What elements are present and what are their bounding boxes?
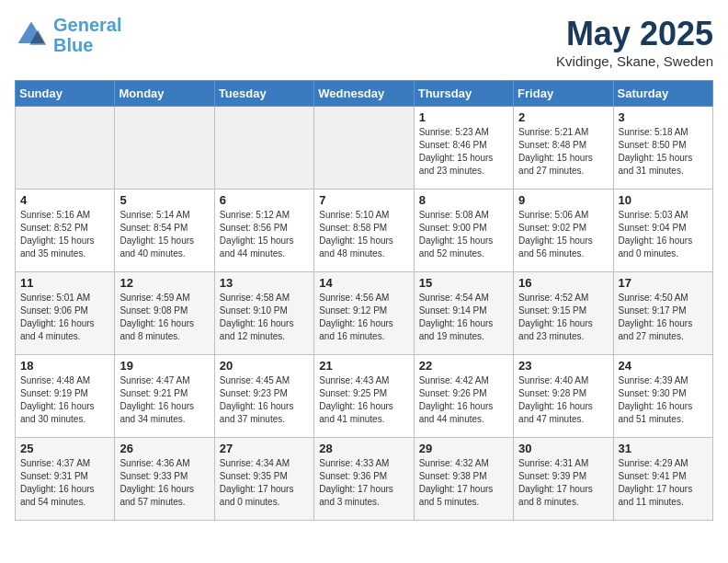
day-number: 19	[119, 359, 209, 373]
header-thursday: Thursday	[414, 81, 513, 107]
day-number: 31	[619, 442, 708, 455]
week-row-2: 4Sunrise: 5:16 AMSunset: 8:52 PMDaylight…	[16, 190, 713, 272]
cell-info: Sunrise: 4:45 AMSunset: 9:23 PMDaylight:…	[220, 374, 309, 426]
calendar-cell: 13Sunrise: 4:58 AMSunset: 9:10 PMDayligh…	[214, 272, 313, 355]
cell-info: Sunrise: 4:31 AMSunset: 9:39 PMDaylight:…	[518, 457, 608, 509]
day-number: 15	[419, 276, 508, 290]
day-number: 10	[619, 193, 708, 207]
day-number: 27	[220, 442, 309, 455]
calendar-cell: 8Sunrise: 5:08 AMSunset: 9:00 PMDaylight…	[414, 190, 513, 272]
day-number: 26	[119, 442, 209, 455]
day-number: 24	[619, 359, 708, 373]
calendar-cell: 3Sunrise: 5:18 AMSunset: 8:50 PMDaylight…	[613, 107, 712, 190]
calendar-cell: 5Sunrise: 5:14 AMSunset: 8:54 PMDaylight…	[115, 190, 214, 272]
week-row-5: 25Sunrise: 4:37 AMSunset: 9:31 PMDayligh…	[16, 438, 713, 521]
calendar-cell: 31Sunrise: 4:29 AMSunset: 9:41 PMDayligh…	[613, 438, 712, 521]
cell-info: Sunrise: 5:18 AMSunset: 8:50 PMDaylight:…	[619, 126, 708, 178]
cell-info: Sunrise: 4:59 AMSunset: 9:08 PMDaylight:…	[119, 292, 209, 343]
calendar-cell: 25Sunrise: 4:37 AMSunset: 9:31 PMDayligh…	[16, 438, 115, 521]
logo-text: General Blue	[53, 15, 121, 55]
calendar-cell: 23Sunrise: 4:40 AMSunset: 9:28 PMDayligh…	[514, 355, 613, 438]
cell-info: Sunrise: 4:36 AMSunset: 9:33 PMDaylight:…	[119, 457, 209, 509]
location: Kvidinge, Skane, Sweden	[556, 53, 713, 69]
calendar-cell: 2Sunrise: 5:21 AMSunset: 8:48 PMDaylight…	[514, 107, 613, 190]
calendar-cell: 20Sunrise: 4:45 AMSunset: 9:23 PMDayligh…	[214, 355, 313, 438]
calendar-cell: 1Sunrise: 5:23 AMSunset: 8:46 PMDaylight…	[414, 107, 513, 190]
cell-info: Sunrise: 5:16 AMSunset: 8:52 PMDaylight:…	[20, 209, 109, 260]
day-number: 28	[319, 442, 408, 455]
calendar-table: SundayMondayTuesdayWednesdayThursdayFrid…	[15, 80, 713, 521]
calendar-cell: 29Sunrise: 4:32 AMSunset: 9:38 PMDayligh…	[414, 438, 513, 521]
day-number: 16	[518, 276, 608, 290]
day-number: 22	[419, 359, 508, 373]
cell-info: Sunrise: 4:56 AMSunset: 9:12 PMDaylight:…	[319, 292, 408, 343]
cell-info: Sunrise: 4:52 AMSunset: 9:15 PMDaylight:…	[518, 292, 608, 343]
title-block: May 2025 Kvidinge, Skane, Sweden	[556, 15, 713, 69]
cell-info: Sunrise: 4:40 AMSunset: 9:28 PMDaylight:…	[518, 374, 608, 426]
day-number: 4	[20, 193, 109, 207]
week-row-1: 1Sunrise: 5:23 AMSunset: 8:46 PMDaylight…	[16, 107, 713, 190]
cell-info: Sunrise: 4:32 AMSunset: 9:38 PMDaylight:…	[419, 457, 508, 509]
cell-info: Sunrise: 5:03 AMSunset: 9:04 PMDaylight:…	[619, 209, 708, 260]
calendar-cell	[115, 107, 214, 190]
cell-info: Sunrise: 5:23 AMSunset: 8:46 PMDaylight:…	[419, 126, 508, 178]
cell-info: Sunrise: 4:34 AMSunset: 9:35 PMDaylight:…	[220, 457, 309, 509]
cell-info: Sunrise: 4:42 AMSunset: 9:26 PMDaylight:…	[419, 374, 508, 426]
day-number: 30	[518, 442, 608, 455]
day-number: 18	[20, 359, 109, 373]
header-wednesday: Wednesday	[314, 81, 414, 107]
cell-info: Sunrise: 4:39 AMSunset: 9:30 PMDaylight:…	[619, 374, 708, 426]
day-number: 20	[220, 359, 309, 373]
week-row-4: 18Sunrise: 4:48 AMSunset: 9:19 PMDayligh…	[16, 355, 713, 438]
calendar-cell: 16Sunrise: 4:52 AMSunset: 9:15 PMDayligh…	[514, 272, 613, 355]
calendar-cell: 12Sunrise: 4:59 AMSunset: 9:08 PMDayligh…	[115, 272, 214, 355]
calendar-cell: 27Sunrise: 4:34 AMSunset: 9:35 PMDayligh…	[214, 438, 313, 521]
cell-info: Sunrise: 5:08 AMSunset: 9:00 PMDaylight:…	[419, 209, 508, 260]
day-number: 1	[419, 110, 508, 124]
cell-info: Sunrise: 5:21 AMSunset: 8:48 PMDaylight:…	[518, 126, 608, 178]
cell-info: Sunrise: 5:01 AMSunset: 9:06 PMDaylight:…	[20, 292, 109, 343]
day-number: 17	[619, 276, 708, 290]
day-number: 2	[518, 110, 608, 124]
day-number: 6	[220, 193, 309, 207]
day-number: 12	[119, 276, 209, 290]
logo-icon	[15, 18, 48, 52]
calendar-cell: 15Sunrise: 4:54 AMSunset: 9:14 PMDayligh…	[414, 272, 513, 355]
month-title: May 2025	[556, 15, 713, 53]
day-number: 14	[319, 276, 408, 290]
cell-info: Sunrise: 5:10 AMSunset: 8:58 PMDaylight:…	[319, 209, 408, 260]
day-number: 13	[220, 276, 309, 290]
day-number: 11	[20, 276, 109, 290]
day-number: 9	[518, 193, 608, 207]
day-number: 25	[20, 442, 109, 455]
cell-info: Sunrise: 4:54 AMSunset: 9:14 PMDaylight:…	[419, 292, 508, 343]
calendar-cell: 26Sunrise: 4:36 AMSunset: 9:33 PMDayligh…	[115, 438, 214, 521]
calendar-cell: 10Sunrise: 5:03 AMSunset: 9:04 PMDayligh…	[613, 190, 712, 272]
cell-info: Sunrise: 4:43 AMSunset: 9:25 PMDaylight:…	[319, 374, 408, 426]
cell-info: Sunrise: 5:12 AMSunset: 8:56 PMDaylight:…	[220, 209, 309, 260]
calendar-cell: 21Sunrise: 4:43 AMSunset: 9:25 PMDayligh…	[314, 355, 414, 438]
page-header: General Blue May 2025 Kvidinge, Skane, S…	[15, 15, 713, 69]
cell-info: Sunrise: 5:14 AMSunset: 8:54 PMDaylight:…	[119, 209, 209, 260]
calendar-cell: 7Sunrise: 5:10 AMSunset: 8:58 PMDaylight…	[314, 190, 414, 272]
calendar-cell: 22Sunrise: 4:42 AMSunset: 9:26 PMDayligh…	[414, 355, 513, 438]
cell-info: Sunrise: 4:29 AMSunset: 9:41 PMDaylight:…	[619, 457, 708, 509]
header-row: SundayMondayTuesdayWednesdayThursdayFrid…	[16, 81, 713, 107]
header-tuesday: Tuesday	[214, 81, 313, 107]
header-saturday: Saturday	[613, 81, 712, 107]
cell-info: Sunrise: 4:48 AMSunset: 9:19 PMDaylight:…	[20, 374, 109, 426]
calendar-cell: 9Sunrise: 5:06 AMSunset: 9:02 PMDaylight…	[514, 190, 613, 272]
cell-info: Sunrise: 4:58 AMSunset: 9:10 PMDaylight:…	[220, 292, 309, 343]
calendar-cell: 6Sunrise: 5:12 AMSunset: 8:56 PMDaylight…	[214, 190, 313, 272]
day-number: 23	[518, 359, 608, 373]
calendar-cell: 28Sunrise: 4:33 AMSunset: 9:36 PMDayligh…	[314, 438, 414, 521]
day-number: 29	[419, 442, 508, 455]
cell-info: Sunrise: 4:50 AMSunset: 9:17 PMDaylight:…	[619, 292, 708, 343]
cell-info: Sunrise: 4:37 AMSunset: 9:31 PMDaylight:…	[20, 457, 109, 509]
calendar-cell	[214, 107, 313, 190]
cell-info: Sunrise: 4:33 AMSunset: 9:36 PMDaylight:…	[319, 457, 408, 509]
calendar-cell: 14Sunrise: 4:56 AMSunset: 9:12 PMDayligh…	[314, 272, 414, 355]
cell-info: Sunrise: 5:06 AMSunset: 9:02 PMDaylight:…	[518, 209, 608, 260]
logo: General Blue	[15, 15, 121, 55]
calendar-cell: 18Sunrise: 4:48 AMSunset: 9:19 PMDayligh…	[16, 355, 115, 438]
